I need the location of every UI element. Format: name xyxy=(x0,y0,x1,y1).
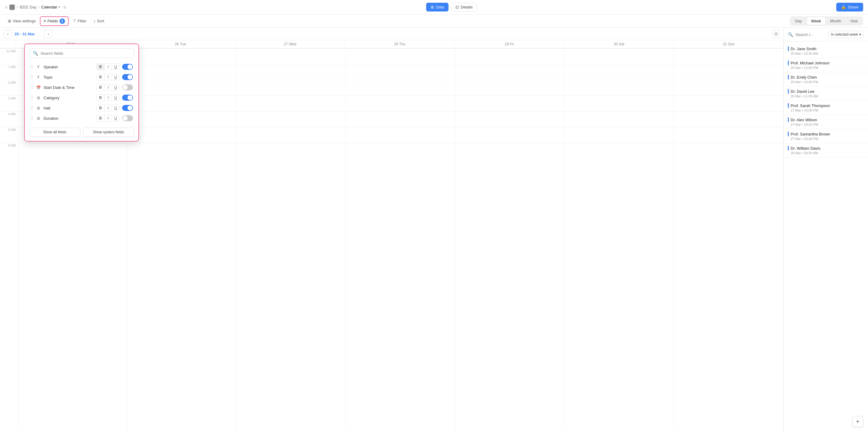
bold-btn-3[interactable]: B xyxy=(97,95,104,101)
sidebar-item-0[interactable]: Dr. Jane Smith 26 Mar • 10:00 AM xyxy=(784,44,868,58)
tab-week[interactable]: Week xyxy=(807,17,826,25)
sidebar-item-name-3: Dr. David Lee xyxy=(788,89,864,94)
drag-handle-4[interactable]: ⠿ xyxy=(30,106,33,110)
sort-button[interactable]: ↕ Sort xyxy=(91,17,107,25)
italic-btn-0[interactable]: I xyxy=(105,64,111,70)
add-record-button[interactable]: + xyxy=(852,416,863,427)
time-4am: 4 AM xyxy=(0,111,18,127)
italic-btn-4[interactable]: I xyxy=(105,105,111,111)
time-6am: 6 AM xyxy=(0,143,18,158)
show-system-fields-button[interactable]: Show system fields xyxy=(83,127,134,137)
in-selected-week-dropdown[interactable]: In selected week ▾ xyxy=(829,31,864,38)
underline-btn-3[interactable]: U xyxy=(112,95,119,101)
drag-handle-5[interactable]: ⠿ xyxy=(30,116,33,121)
day-col-thu[interactable] xyxy=(346,48,456,429)
calendar-nav: ‹ 25 - 31 Mar › ⊡ xyxy=(0,28,783,40)
day-header-fri: 29 Fri xyxy=(454,40,564,48)
show-all-fields-button[interactable]: Show all fields xyxy=(29,127,81,137)
field-type-icon-1: T xyxy=(36,75,41,80)
sidebar-item-1[interactable]: Prof. Michael Johnson 26 Mar • 12:00 PM xyxy=(784,58,868,72)
expand-calendar-icon[interactable]: ⊡ xyxy=(773,30,780,37)
time-5am: 5 AM xyxy=(0,127,18,143)
day-col-tue[interactable] xyxy=(128,48,237,429)
breadcrumb-ieee[interactable]: IEEE Day xyxy=(20,5,37,9)
format-buttons-4: B I U xyxy=(96,105,120,111)
sidebar-item-7[interactable]: Dr. William Davis 28 Mar • 09:00 AM xyxy=(784,143,868,157)
sidebar-item-4[interactable]: Prof. Sarah Thompson 27 Mar • 15:00 PM xyxy=(784,101,868,115)
day-col-sat[interactable] xyxy=(565,48,674,429)
field-type-icon-3: ⊙ xyxy=(36,95,41,100)
field-toggle-5[interactable] xyxy=(122,115,133,121)
search-icon: 🔍 xyxy=(33,51,38,56)
drag-handle-3[interactable]: ⠿ xyxy=(30,95,33,100)
sidebar-item-5[interactable]: Dr. Alex Wilson 27 Mar • 18:00 PM xyxy=(784,115,868,129)
day-header-sun: 31 Sun xyxy=(674,40,783,48)
main-area: ‹ 25 - 31 Mar › ⊡ 25 M 26 Tue 27 Wed 28 … xyxy=(0,28,868,433)
day-col-sun[interactable] xyxy=(674,48,783,429)
field-toggle-3[interactable] xyxy=(122,95,133,101)
italic-btn-3[interactable]: I xyxy=(105,95,111,101)
underline-btn-5[interactable]: U xyxy=(112,115,119,121)
underline-btn-1[interactable]: U xyxy=(112,74,119,80)
breadcrumb-calendar[interactable]: Calendar ▾ xyxy=(41,5,60,9)
view-settings-button[interactable]: ⊞ View settings xyxy=(5,17,39,25)
day-col-wed[interactable] xyxy=(237,48,346,429)
italic-btn-1[interactable]: I xyxy=(105,74,111,80)
sort-icon: ↕ xyxy=(94,19,96,23)
italic-btn-5[interactable]: I xyxy=(105,115,111,121)
bold-btn-5[interactable]: B xyxy=(97,115,104,121)
data-tab[interactable]: ⊞ Data xyxy=(426,3,448,11)
sidebar-item-6[interactable]: Prof. Samantha Brown 27 Mar • 20:00 PM xyxy=(784,129,868,143)
sidebar-item-meta-1: 26 Mar • 12:00 PM xyxy=(788,66,864,69)
fields-button[interactable]: ≡ Fields 2 xyxy=(40,16,68,26)
drag-handle-0[interactable]: ⠿ xyxy=(30,64,33,69)
field-toggle-4[interactable] xyxy=(122,105,133,111)
sidebar-search-input[interactable] xyxy=(796,32,826,37)
italic-btn-2[interactable]: I xyxy=(105,84,111,90)
lock-icon: 🔒 xyxy=(841,5,846,9)
drag-handle-2[interactable]: ⠿ xyxy=(30,85,33,90)
sidebar-item-3[interactable]: Dr. David Lee 26 Mar • 11:00 AM xyxy=(784,86,868,101)
field-toggle-1[interactable] xyxy=(122,74,133,80)
day-header-thu: 28 Thu xyxy=(345,40,455,48)
sidebar-item-name-5: Dr. Alex Wilson xyxy=(788,117,864,122)
field-toggle-0[interactable] xyxy=(122,64,133,70)
expand-icon[interactable]: » xyxy=(5,4,7,10)
tab-year[interactable]: Year xyxy=(846,17,862,25)
chevron-down-icon: ▾ xyxy=(58,5,60,9)
sidebar-item-meta-5: 27 Mar • 18:00 PM xyxy=(788,123,864,126)
underline-btn-0[interactable]: U xyxy=(112,64,119,70)
refresh-icon[interactable]: ↻ xyxy=(63,5,67,10)
sidebar-list: Dr. Jane Smith 26 Mar • 10:00 AM Prof. M… xyxy=(784,41,868,433)
field-row-0: ⠿ T Speaker B I U xyxy=(29,62,134,72)
data-details-tabs: ⊞ Data ⊡ Details xyxy=(426,3,477,11)
prev-week-button[interactable]: ‹ xyxy=(4,30,12,38)
bold-btn-4[interactable]: B xyxy=(97,105,104,111)
format-buttons-1: B I U xyxy=(96,74,120,81)
tab-month[interactable]: Month xyxy=(826,17,845,25)
field-name-3: Category xyxy=(43,95,94,100)
format-buttons-3: B I U xyxy=(96,94,120,101)
day-col-fri[interactable] xyxy=(456,48,565,429)
tab-day[interactable]: Day xyxy=(790,17,806,25)
field-name-5: Duration xyxy=(43,116,94,121)
drag-handle-1[interactable]: ⠿ xyxy=(30,75,33,80)
field-toggle-2[interactable] xyxy=(122,84,133,90)
fields-search-input[interactable] xyxy=(40,51,130,56)
share-button[interactable]: 🔒 Share xyxy=(836,3,863,11)
sidebar-item-2[interactable]: Dr. Emily Chen 26 Mar • 14:00 PM xyxy=(784,72,868,86)
underline-btn-2[interactable]: U xyxy=(112,84,119,90)
field-row-1: ⠿ T Topic B I U xyxy=(29,72,134,82)
next-week-button[interactable]: › xyxy=(44,30,53,38)
bold-btn-0[interactable]: B xyxy=(97,64,104,70)
bold-btn-1[interactable]: B xyxy=(97,74,104,80)
details-tab[interactable]: ⊡ Details xyxy=(451,3,477,11)
field-name-2: Start Date & Time xyxy=(43,85,94,90)
format-buttons-2: B I U xyxy=(96,84,120,91)
day-header-tue: 26 Tue xyxy=(125,40,235,48)
field-type-icon-0: T xyxy=(36,65,41,69)
underline-btn-4[interactable]: U xyxy=(112,105,119,111)
bold-btn-2[interactable]: B xyxy=(97,84,104,90)
toolbar: ⊞ View settings ≡ Fields 2 ⊤ Filter ↕ So… xyxy=(0,15,868,28)
filter-button[interactable]: ⊤ Filter xyxy=(70,17,89,25)
